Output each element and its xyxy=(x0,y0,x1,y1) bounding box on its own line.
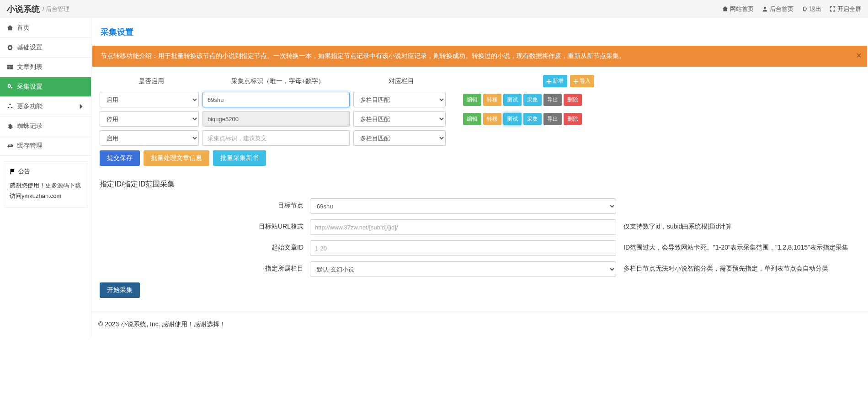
sidebar-item-3[interactable]: 采集设置 xyxy=(0,77,91,97)
batch-article-button[interactable]: 批量处理文章信息 xyxy=(144,150,209,166)
help-category: 多栏目节点无法对小说智能分类，需要预先指定，单列表节点会自动分类 xyxy=(616,261,860,273)
nav-admin-home[interactable]: 后台首页 xyxy=(762,5,793,13)
enable-select[interactable]: 停用 xyxy=(100,111,199,127)
sidebar-item-4[interactable]: 更多功能 xyxy=(0,97,91,117)
user-icon xyxy=(762,6,768,12)
fullscreen-icon xyxy=(830,6,836,12)
grid-row: 停用 多栏目匹配 编辑 转移 测试 采集 导出 删除 xyxy=(100,111,860,127)
flag-icon xyxy=(10,169,16,175)
sidebar: 首页基础设置文章列表采集设置更多功能蜘蛛记录缓存管理 公告 感谢您使用！更多源码… xyxy=(0,18,91,337)
sidebar-item-label: 缓存管理 xyxy=(17,142,43,150)
label-start-id: 起始文章ID xyxy=(100,240,310,252)
export-button[interactable]: 导出 xyxy=(543,113,562,125)
help-url-format: 仅支持数字id，subid由系统根据id计算 xyxy=(616,219,860,231)
enable-select[interactable]: 启用 xyxy=(100,130,199,146)
home-icon xyxy=(722,6,728,12)
edit-button[interactable]: 编辑 xyxy=(463,113,481,125)
cogs-icon xyxy=(7,84,13,90)
chevron-right-icon xyxy=(78,103,84,110)
nav-site-home[interactable]: 网站首页 xyxy=(722,5,754,13)
category-select[interactable]: 多栏目匹配 xyxy=(353,130,446,146)
sidebar-item-label: 采集设置 xyxy=(17,83,43,91)
sidebar-item-1[interactable]: 基础设置 xyxy=(0,38,91,58)
section-id-collect-title: 指定ID/指定ID范围采集 xyxy=(100,180,868,189)
alert-warning: 节点转移功能介绍：用于批量转换该节点的小说到指定节点。一次转换一本，如果指定节点… xyxy=(92,46,867,67)
plus-icon xyxy=(547,79,551,84)
alert-close-button[interactable]: × xyxy=(856,50,862,61)
edit-button[interactable]: 编辑 xyxy=(463,94,481,106)
header-category: 对应栏目 xyxy=(353,77,449,85)
enable-select[interactable]: 启用 xyxy=(100,92,199,107)
plus-icon xyxy=(574,79,578,84)
top-navbar: 小说系统 / 后台管理 网站首页 后台首页 退出 开启全屏 xyxy=(0,0,868,18)
brand-subtitle: / 后台管理 xyxy=(43,5,69,13)
delete-button[interactable]: 删除 xyxy=(564,113,582,125)
label-url-format: 目标站URL格式 xyxy=(100,219,310,231)
test-button[interactable]: 测试 xyxy=(503,113,522,125)
home-icon xyxy=(7,25,13,31)
ident-input[interactable] xyxy=(202,130,350,146)
sitemap-icon xyxy=(7,103,13,110)
page-title: 采集设置 xyxy=(101,27,859,37)
notice-box: 公告 感谢您使用！更多源码下载访问ymkuzhan.com xyxy=(4,161,87,208)
url-format-input[interactable] xyxy=(310,219,616,235)
sidebar-item-label: 基础设置 xyxy=(17,43,43,52)
logout-icon xyxy=(802,6,808,12)
sidebar-item-label: 更多功能 xyxy=(17,102,43,111)
test-button[interactable]: 测试 xyxy=(503,94,522,106)
bug-icon xyxy=(7,123,13,129)
ident-input[interactable] xyxy=(202,92,350,107)
category-select[interactable]: 多栏目匹配 xyxy=(353,92,446,107)
retweet-icon xyxy=(7,143,13,149)
export-button[interactable]: 导出 xyxy=(543,94,562,106)
row-actions: 编辑 转移 测试 采集 导出 删除 xyxy=(463,94,582,106)
sidebar-item-2[interactable]: 文章列表 xyxy=(0,58,91,77)
grid-row: 启用 多栏目匹配 编辑 转移 测试 采集 导出 删除 xyxy=(100,92,860,107)
batch-collect-button[interactable]: 批量采集新书 xyxy=(213,150,266,166)
grid-row: 启用 多栏目匹配 xyxy=(100,130,860,146)
collect-button[interactable]: 采集 xyxy=(523,94,542,106)
brand-title: 小说系统 xyxy=(7,4,40,15)
transfer-button[interactable]: 转移 xyxy=(483,94,501,106)
sidebar-item-6[interactable]: 缓存管理 xyxy=(0,136,91,156)
delete-button[interactable]: 删除 xyxy=(564,94,582,106)
footer: © 2023 小说系统, Inc. 感谢使用！感谢选择！ xyxy=(91,312,868,337)
sidebar-item-5[interactable]: 蜘蛛记录 xyxy=(0,117,91,136)
start-collect-button[interactable]: 开始采集 xyxy=(100,282,140,298)
gear-icon xyxy=(7,44,13,51)
header-enable: 是否启用 xyxy=(100,77,202,85)
ident-input[interactable] xyxy=(202,111,350,127)
row-actions: 编辑 转移 测试 采集 导出 删除 xyxy=(463,113,582,125)
collect-button[interactable]: 采集 xyxy=(523,113,542,125)
category-select[interactable]: 多栏目匹配 xyxy=(353,111,446,127)
help-start-id: ID范围过大，会导致网站卡死。"1-20"表示采集范围，"1,2,8,1015"… xyxy=(616,240,860,252)
submit-save-button[interactable]: 提交保存 xyxy=(100,150,140,166)
category-select[interactable]: 默认-玄幻小说 xyxy=(310,261,616,277)
target-node-select[interactable]: 69shu xyxy=(310,198,616,214)
alert-text: 节点转移功能介绍：用于批量转换该节点的小说到指定节点。一次转换一本，如果指定节点… xyxy=(101,52,625,59)
label-category: 指定所属栏目 xyxy=(100,261,310,273)
notice-text: 感谢您使用！更多源码下载访问ymkuzhan.com xyxy=(10,180,81,202)
add-button[interactable]: 新增 xyxy=(543,75,567,87)
transfer-button[interactable]: 转移 xyxy=(483,113,501,125)
sidebar-item-0[interactable]: 首页 xyxy=(0,18,91,38)
label-target-node: 目标节点 xyxy=(100,198,310,210)
header-ident: 采集点标识（唯一，字母+数字） xyxy=(202,77,353,85)
sidebar-item-label: 文章列表 xyxy=(17,63,43,71)
nav-logout[interactable]: 退出 xyxy=(802,5,821,13)
import-button[interactable]: 导入 xyxy=(570,75,594,87)
start-id-input[interactable] xyxy=(310,240,616,256)
notice-title: 公告 xyxy=(18,167,30,176)
sidebar-item-label: 首页 xyxy=(17,24,30,32)
sidebar-item-label: 蜘蛛记录 xyxy=(17,122,43,130)
table-icon xyxy=(7,64,13,70)
nav-fullscreen[interactable]: 开启全屏 xyxy=(830,5,861,13)
